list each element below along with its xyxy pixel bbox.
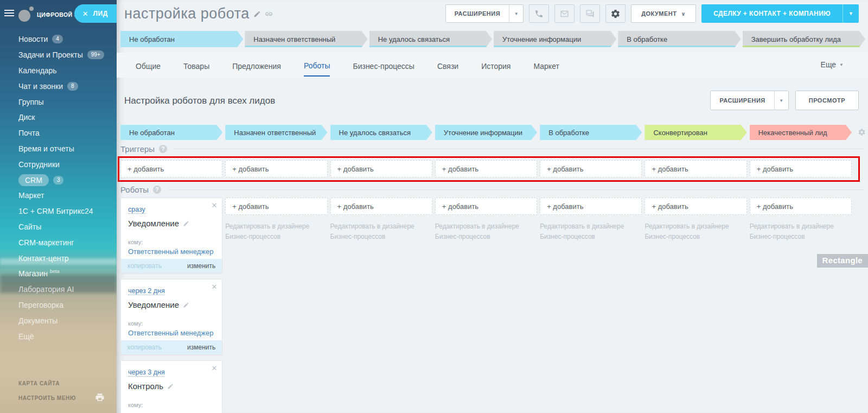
lead-stage-chip[interactable]: Завершить обработку лида <box>743 31 865 47</box>
help-icon[interactable]: ? <box>159 145 167 153</box>
lead-stage-chip[interactable]: Уточнение информации <box>494 31 616 47</box>
sidebar-item[interactable]: Ещё <box>18 328 113 344</box>
delete-robot-icon[interactable]: ✕ <box>211 364 217 372</box>
sidebar-item-label: Ещё <box>18 332 34 341</box>
sidebar-item[interactable]: Сотрудники <box>18 156 113 172</box>
triggers-header: Триггеры ? <box>120 144 864 154</box>
edit-title-icon[interactable] <box>253 10 261 18</box>
sidebar-item-label: Время и отчеты <box>18 144 74 153</box>
sidebar-item[interactable]: Лаборатория AI <box>18 282 113 297</box>
lead-stage-chip[interactable]: Назначен ответственный <box>245 31 367 47</box>
sidebar-item[interactable]: Сайты <box>18 219 113 235</box>
sidebar-item[interactable]: Задачи и Проекты 99+ <box>18 47 113 63</box>
sidebar-item[interactable]: Маркет <box>18 188 113 204</box>
chevron-down-icon[interactable]: ▼ <box>509 5 523 22</box>
tab[interactable]: Предложения <box>232 55 281 76</box>
sidebar-item[interactable]: CRM 3 <box>18 172 113 188</box>
sidebar-item[interactable]: Календарь <box>18 63 113 79</box>
lead-stage-chip[interactable]: В обработке <box>618 31 741 47</box>
robot-timing-link[interactable]: через 3 дня <box>128 368 165 377</box>
columns-settings-gear-icon[interactable] <box>858 128 866 136</box>
help-icon[interactable]: ? <box>153 186 161 194</box>
copy-robot-link[interactable]: копировать <box>127 262 162 270</box>
link-icon[interactable] <box>265 10 273 18</box>
sidebar-item[interactable]: Чат и звонки 8 <box>18 78 113 94</box>
status-column-chip[interactable]: Не обработан <box>120 125 222 140</box>
chevron-down-icon[interactable]: ▼ <box>843 4 859 23</box>
add-trigger-button[interactable]: + добавить <box>435 160 537 177</box>
sidebar-item[interactable]: Контакт-центр <box>18 250 113 266</box>
robot-card-footer: копировать изменить <box>121 259 222 273</box>
edit-name-pencil-icon[interactable] <box>167 383 174 390</box>
status-column-chip[interactable]: Сконвертирован <box>644 125 746 140</box>
sidebar-item[interactable]: 1С + CRM Битрикс24 <box>18 204 113 219</box>
document-button[interactable]: ДОКУМЕНТ ∨ <box>631 4 696 23</box>
lead-stage-chip[interactable]: Не удалось связаться <box>369 31 492 47</box>
tab[interactable]: Товары <box>183 55 209 76</box>
hamburger-menu-icon[interactable] <box>4 10 14 18</box>
robot-card: ✕ через 3 дня Контроль кому: <box>120 360 222 413</box>
tab[interactable]: История <box>481 55 510 76</box>
add-trigger-button[interactable]: + добавить <box>750 160 852 177</box>
robot-timing-link[interactable]: сразу <box>128 206 145 214</box>
sidebar-item[interactable]: Диск <box>18 110 113 125</box>
tab[interactable]: Связи <box>437 55 458 76</box>
sidebar-item[interactable]: Документы <box>18 313 113 328</box>
robot-timing-link[interactable]: через 2 дня <box>128 287 165 295</box>
add-trigger-button[interactable]: + добавить <box>330 160 432 177</box>
tab[interactable]: Бизнес-процессы <box>353 55 414 76</box>
add-robot-button[interactable]: + добавить <box>330 198 432 215</box>
recipient-link[interactable]: Ответственный менеджер <box>128 247 215 256</box>
tab[interactable]: Маркет <box>533 55 559 76</box>
add-robot-button[interactable]: + добавить <box>750 198 852 215</box>
add-robot-button[interactable]: + добавить <box>644 198 746 215</box>
printer-icon[interactable] <box>95 392 105 402</box>
copy-robot-link[interactable]: копировать <box>127 344 162 351</box>
add-robot-button[interactable]: + добавить <box>435 198 537 215</box>
sidebar-item[interactable]: Новости 4 <box>18 31 113 47</box>
view-button[interactable]: ПРОСМОТР <box>795 91 859 110</box>
edit-name-pencil-icon[interactable] <box>183 302 189 308</box>
create-deal-button-label[interactable]: СДЕЛКУ + КОНТАКТ + КОМПАНИЮ <box>701 4 843 23</box>
sitemap-link[interactable]: КАРТА САЙТА <box>18 380 110 386</box>
sidebar-item[interactable]: Магазин beta <box>18 266 113 282</box>
sidebar-item[interactable]: Переговорка <box>18 297 113 313</box>
tabs-more-button[interactable]: Еще ▼ <box>821 60 844 69</box>
edit-name-pencil-icon[interactable] <box>183 220 189 227</box>
close-icon[interactable]: ✕ <box>82 10 88 17</box>
tab[interactable]: Общие <box>136 55 161 76</box>
sidebar-item[interactable]: Группы <box>18 94 113 110</box>
delete-robot-icon[interactable]: ✕ <box>211 283 217 291</box>
sidebar-item[interactable]: Время и отчеты <box>18 141 113 157</box>
recipient-link[interactable]: Ответственный менеджер <box>128 329 215 337</box>
add-trigger-button[interactable]: + добавить <box>120 160 222 177</box>
tabs: ОбщиеТоварыПредложенияРоботыБизнес-проце… <box>136 53 559 78</box>
status-column-chip[interactable]: Не удалось связаться <box>330 125 432 140</box>
chat-button[interactable] <box>580 4 600 23</box>
settings-button[interactable] <box>605 4 626 23</box>
status-column-chip[interactable]: Назначен ответственный <box>225 125 327 140</box>
add-trigger-button[interactable]: + добавить <box>540 160 642 177</box>
add-robot-button[interactable]: + добавить <box>225 198 327 215</box>
status-column-chip[interactable]: В обработке <box>540 125 642 140</box>
add-robot-button[interactable]: + добавить <box>540 198 642 215</box>
chevron-down-icon[interactable]: ▼ <box>774 91 788 110</box>
edit-robot-link[interactable]: изменить <box>187 262 215 270</box>
email-button[interactable] <box>554 4 575 23</box>
section-extensions-label[interactable]: РАСШИРЕНИЯ <box>711 91 774 110</box>
status-column-chip[interactable]: Уточнение информации <box>435 125 537 140</box>
triggers-title: Триггеры <box>120 144 155 154</box>
lead-filter-chip[interactable]: ✕ ЛИД <box>74 4 117 23</box>
delete-robot-icon[interactable]: ✕ <box>211 201 217 209</box>
sidebar-item[interactable]: Почта <box>18 125 113 141</box>
lead-stage-chip[interactable]: Не обработан <box>120 31 243 47</box>
edit-robot-link[interactable]: изменить <box>187 344 215 351</box>
robots-column-7: + добавить Редактировать в дизайнере Биз… <box>750 198 852 413</box>
sidebar-item[interactable]: CRM-маркетинг <box>18 234 113 250</box>
add-trigger-button[interactable]: + добавить <box>225 160 327 177</box>
extensions-button-label[interactable]: РАСШИРЕНИЯ <box>446 5 509 22</box>
status-column-chip[interactable]: Некачественный лид <box>750 125 852 140</box>
call-button[interactable] <box>529 4 549 23</box>
tab[interactable]: Роботы <box>304 54 330 77</box>
add-trigger-button[interactable]: + добавить <box>644 160 746 177</box>
